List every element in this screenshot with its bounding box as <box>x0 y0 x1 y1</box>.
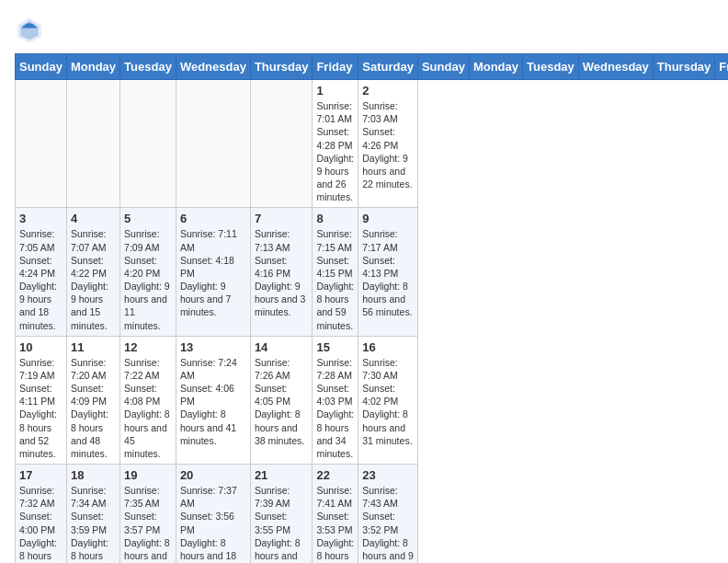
day-number: 12 <box>124 340 172 354</box>
header-wednesday: Wednesday <box>578 54 653 80</box>
day-info: Sunrise: 7:32 AM Sunset: 4:00 PM Dayligh… <box>19 484 63 563</box>
day-cell: 9Sunrise: 7:17 AM Sunset: 4:13 PM Daylig… <box>358 208 418 336</box>
header-sunday: Sunday <box>417 54 469 80</box>
day-info: Sunrise: 7:03 AM Sunset: 4:26 PM Dayligh… <box>362 99 414 190</box>
day-info: Sunrise: 7:17 AM Sunset: 4:13 PM Dayligh… <box>362 227 414 318</box>
day-number: 1 <box>316 84 354 98</box>
day-cell: 11Sunrise: 7:20 AM Sunset: 4:09 PM Dayli… <box>66 336 119 464</box>
day-number: 20 <box>180 468 246 482</box>
day-cell: 22Sunrise: 7:41 AM Sunset: 3:53 PM Dayli… <box>313 465 358 563</box>
day-cell: 13Sunrise: 7:24 AM Sunset: 4:06 PM Dayli… <box>176 336 250 464</box>
day-info: Sunrise: 7:30 AM Sunset: 4:02 PM Dayligh… <box>362 356 414 447</box>
day-cell: 17Sunrise: 7:32 AM Sunset: 4:00 PM Dayli… <box>16 465 67 563</box>
day-cell: 3Sunrise: 7:05 AM Sunset: 4:24 PM Daylig… <box>16 208 67 336</box>
day-cell <box>250 80 313 208</box>
week-row-3: 10Sunrise: 7:19 AM Sunset: 4:11 PM Dayli… <box>16 336 729 464</box>
day-info: Sunrise: 7:11 AM Sunset: 4:18 PM Dayligh… <box>180 227 246 318</box>
header-friday: Friday <box>313 54 358 80</box>
day-cell: 12Sunrise: 7:22 AM Sunset: 4:08 PM Dayli… <box>120 336 176 464</box>
day-cell: 1Sunrise: 7:01 AM Sunset: 4:28 PM Daylig… <box>313 80 358 208</box>
day-cell <box>66 80 119 208</box>
day-info: Sunrise: 7:28 AM Sunset: 4:03 PM Dayligh… <box>316 356 354 460</box>
header-sunday: Sunday <box>16 54 67 80</box>
day-info: Sunrise: 7:15 AM Sunset: 4:15 PM Dayligh… <box>316 227 354 331</box>
day-number: 2 <box>362 84 414 98</box>
day-info: Sunrise: 7:22 AM Sunset: 4:08 PM Dayligh… <box>124 356 172 460</box>
day-cell: 21Sunrise: 7:39 AM Sunset: 3:55 PM Dayli… <box>250 465 313 563</box>
day-info: Sunrise: 7:35 AM Sunset: 3:57 PM Dayligh… <box>124 484 172 563</box>
day-number: 4 <box>71 212 116 225</box>
day-number: 18 <box>71 468 116 482</box>
day-number: 11 <box>71 340 116 354</box>
day-number: 23 <box>362 468 414 482</box>
day-number: 9 <box>362 212 414 225</box>
day-info: Sunrise: 7:01 AM Sunset: 4:28 PM Dayligh… <box>316 99 354 203</box>
day-info: Sunrise: 7:37 AM Sunset: 3:56 PM Dayligh… <box>180 484 246 563</box>
day-number: 3 <box>19 212 63 225</box>
day-cell: 4Sunrise: 7:07 AM Sunset: 4:22 PM Daylig… <box>66 208 119 336</box>
header-tuesday: Tuesday <box>523 54 579 80</box>
day-number: 8 <box>316 212 354 225</box>
day-cell <box>120 80 176 208</box>
day-info: Sunrise: 7:26 AM Sunset: 4:05 PM Dayligh… <box>255 356 309 447</box>
page-header <box>15 15 713 44</box>
day-number: 10 <box>19 340 63 354</box>
week-row-2: 3Sunrise: 7:05 AM Sunset: 4:24 PM Daylig… <box>16 208 729 336</box>
header-thursday: Thursday <box>250 54 313 80</box>
day-info: Sunrise: 7:20 AM Sunset: 4:09 PM Dayligh… <box>71 356 116 460</box>
day-cell: 20Sunrise: 7:37 AM Sunset: 3:56 PM Dayli… <box>176 465 250 563</box>
day-cell: 18Sunrise: 7:34 AM Sunset: 3:59 PM Dayli… <box>66 465 119 563</box>
day-info: Sunrise: 7:43 AM Sunset: 3:52 PM Dayligh… <box>362 484 414 563</box>
day-number: 5 <box>124 212 172 225</box>
header-monday: Monday <box>66 54 119 80</box>
day-cell <box>16 80 67 208</box>
day-info: Sunrise: 7:34 AM Sunset: 3:59 PM Dayligh… <box>71 484 116 563</box>
day-info: Sunrise: 7:19 AM Sunset: 4:11 PM Dayligh… <box>19 356 63 460</box>
day-cell: 5Sunrise: 7:09 AM Sunset: 4:20 PM Daylig… <box>120 208 176 336</box>
day-cell: 16Sunrise: 7:30 AM Sunset: 4:02 PM Dayli… <box>358 336 418 464</box>
header-friday: Friday <box>715 54 728 80</box>
day-info: Sunrise: 7:09 AM Sunset: 4:20 PM Dayligh… <box>124 227 172 331</box>
header-tuesday: Tuesday <box>120 54 176 80</box>
day-number: 14 <box>255 340 309 354</box>
header-wednesday: Wednesday <box>176 54 250 80</box>
day-info: Sunrise: 7:07 AM Sunset: 4:22 PM Dayligh… <box>71 227 116 331</box>
day-cell: 10Sunrise: 7:19 AM Sunset: 4:11 PM Dayli… <box>16 336 67 464</box>
day-number: 7 <box>255 212 309 225</box>
day-cell: 7Sunrise: 7:13 AM Sunset: 4:16 PM Daylig… <box>250 208 313 336</box>
day-info: Sunrise: 7:39 AM Sunset: 3:55 PM Dayligh… <box>255 484 309 563</box>
day-number: 16 <box>362 340 414 354</box>
day-number: 15 <box>316 340 354 354</box>
day-cell <box>176 80 250 208</box>
week-row-4: 17Sunrise: 7:32 AM Sunset: 4:00 PM Dayli… <box>16 465 729 563</box>
day-info: Sunrise: 7:41 AM Sunset: 3:53 PM Dayligh… <box>316 484 354 563</box>
day-cell: 8Sunrise: 7:15 AM Sunset: 4:15 PM Daylig… <box>313 208 358 336</box>
day-cell: 15Sunrise: 7:28 AM Sunset: 4:03 PM Dayli… <box>313 336 358 464</box>
header-saturday: Saturday <box>358 54 418 80</box>
day-number: 17 <box>19 468 63 482</box>
day-cell: 19Sunrise: 7:35 AM Sunset: 3:57 PM Dayli… <box>120 465 176 563</box>
day-info: Sunrise: 7:13 AM Sunset: 4:16 PM Dayligh… <box>255 227 309 318</box>
day-cell: 2Sunrise: 7:03 AM Sunset: 4:26 PM Daylig… <box>358 80 418 208</box>
logo <box>15 15 48 44</box>
calendar-table: SundayMondayTuesdayWednesdayThursdayFrid… <box>15 53 728 563</box>
day-cell: 23Sunrise: 7:43 AM Sunset: 3:52 PM Dayli… <box>358 465 418 563</box>
day-number: 6 <box>180 212 246 225</box>
day-number: 21 <box>255 468 309 482</box>
day-number: 19 <box>124 468 172 482</box>
logo-icon <box>15 15 44 44</box>
header-thursday: Thursday <box>653 54 715 80</box>
calendar-header-row: SundayMondayTuesdayWednesdayThursdayFrid… <box>16 54 729 80</box>
header-monday: Monday <box>469 54 522 80</box>
day-cell: 14Sunrise: 7:26 AM Sunset: 4:05 PM Dayli… <box>250 336 313 464</box>
day-info: Sunrise: 7:24 AM Sunset: 4:06 PM Dayligh… <box>180 356 246 447</box>
day-info: Sunrise: 7:05 AM Sunset: 4:24 PM Dayligh… <box>19 227 63 331</box>
week-row-1: 1Sunrise: 7:01 AM Sunset: 4:28 PM Daylig… <box>16 80 729 208</box>
day-cell: 6Sunrise: 7:11 AM Sunset: 4:18 PM Daylig… <box>176 208 250 336</box>
day-number: 22 <box>316 468 354 482</box>
day-number: 13 <box>180 340 246 354</box>
